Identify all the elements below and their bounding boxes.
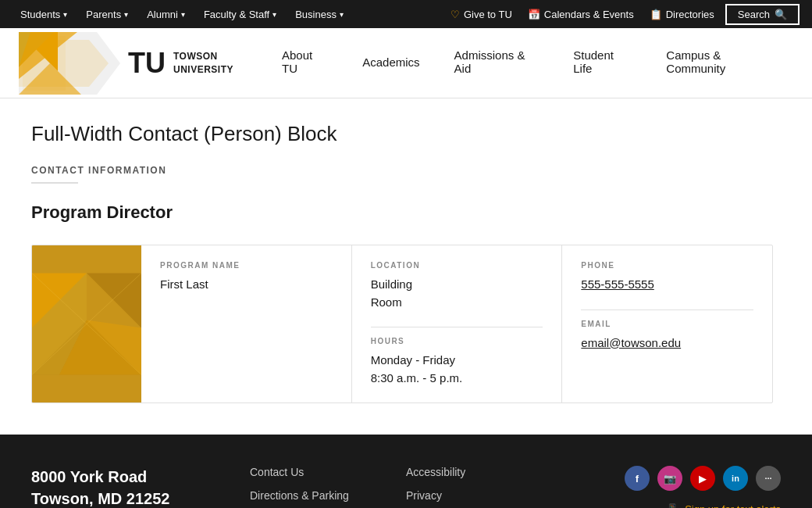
logo-text: TU TOWSON UNIVERSITY xyxy=(128,49,233,77)
top-bar: Students ▾ Parents ▾ Alumni ▾ Faculty & … xyxy=(0,0,812,28)
main-nav-links: About TU Academics Admissions & Aid Stud… xyxy=(265,28,793,98)
calendars-link[interactable]: 📅 Calendars & Events xyxy=(523,9,639,20)
footer: 8000 York Road Towson, MD 21252 📞 410-70… xyxy=(0,435,812,508)
topbar-item-alumni[interactable]: Alumni ▾ xyxy=(139,0,193,28)
email-group: EMAIL email@towson.edu xyxy=(581,320,753,352)
phone-label: PHONE xyxy=(581,261,753,270)
footer-link-contact-us[interactable]: Contact Us xyxy=(250,466,406,478)
text-alerts-icon: 📱 xyxy=(666,503,678,508)
youtube-icon[interactable]: ▶ xyxy=(690,466,715,491)
email-link[interactable]: email@towson.edu xyxy=(581,336,681,349)
program-name-label: PROGRAM NAME xyxy=(160,261,333,270)
search-icon: 🔍 xyxy=(775,9,787,20)
topbar-item-business[interactable]: Business ▾ xyxy=(287,0,351,28)
footer-link-directions[interactable]: Directions & Parking xyxy=(250,489,406,502)
phone-value: 555-555-5555 xyxy=(581,276,753,294)
footer-address: 8000 York Road Towson, MD 21252 📞 410-70… xyxy=(31,466,250,508)
logo-badge xyxy=(19,32,120,95)
linkedin-icon[interactable]: in xyxy=(723,466,748,491)
footer-social: f 📷 ▶ in ··· 📱 Sign up for text alerts ✦… xyxy=(562,466,781,508)
directories-link[interactable]: 📋 Directories xyxy=(645,9,719,20)
chevron-down-icon: ▾ xyxy=(181,10,185,19)
nav-item-about[interactable]: About TU xyxy=(265,28,345,98)
contact-photo xyxy=(32,245,141,402)
page-title: Full-Width Contact (Person) Block xyxy=(31,122,781,146)
footer-address-text: 8000 York Road Towson, MD 21252 xyxy=(31,466,250,508)
phone-group: PHONE 555-555-5555 xyxy=(581,261,753,294)
calendar-icon: 📅 xyxy=(528,9,540,20)
contact-phone-email-col: PHONE 555-555-5555 EMAIL email@towson.ed… xyxy=(562,245,772,402)
give-to-tu-link[interactable]: ♡ Give to TU xyxy=(446,9,517,20)
top-bar-right: ♡ Give to TU 📅 Calendars & Events 📋 Dire… xyxy=(446,4,800,25)
chevron-down-icon: ▾ xyxy=(63,10,67,19)
phone-link[interactable]: 555-555-5555 xyxy=(581,277,654,291)
more-icon[interactable]: ··· xyxy=(756,466,781,491)
nav-item-academics[interactable]: Academics xyxy=(345,28,436,98)
nav-item-admissions[interactable]: Admissions & Aid xyxy=(437,28,557,98)
instagram-icon[interactable]: 📷 xyxy=(657,466,682,491)
hours-group: HOURS Monday - Friday8:30 a.m. - 5 p.m. xyxy=(371,337,543,387)
logo-university-name: TOWSON UNIVERSITY xyxy=(173,50,233,77)
section-label: CONTACT INFORMATION xyxy=(31,165,781,176)
email-value: email@towson.edu xyxy=(581,334,753,352)
footer-links-col1: Contact Us Directions & Parking Work at … xyxy=(250,466,406,508)
topbar-item-students[interactable]: Students ▾ xyxy=(12,0,75,28)
logo-tu-letters: TU xyxy=(128,49,166,77)
location-group: LOCATION Building Room xyxy=(371,261,543,311)
content-area: Full-Width Contact (Person) Block CONTAC… xyxy=(0,98,812,435)
hours-label: HOURS xyxy=(371,337,543,345)
contact-location-col: LOCATION Building Room HOURS Monday - Fr… xyxy=(352,245,563,402)
footer-link-privacy[interactable]: Privacy xyxy=(406,489,562,502)
facebook-icon[interactable]: f xyxy=(625,466,650,491)
footer-link-accessibility[interactable]: Accessibility xyxy=(406,466,562,478)
nav-item-campus[interactable]: Campus & Community xyxy=(649,28,793,98)
contact-program-col: PROGRAM NAME First Last xyxy=(141,245,352,402)
location-value: Building Room xyxy=(371,276,543,311)
footer-links-col2: Accessibility Privacy Clery Report xyxy=(406,466,562,508)
topbar-item-parents[interactable]: Parents ▾ xyxy=(78,0,136,28)
search-button[interactable]: Search 🔍 xyxy=(725,4,800,25)
chevron-down-icon: ▾ xyxy=(124,10,128,19)
contact-card: PROGRAM NAME First Last LOCATION Buildin… xyxy=(31,245,773,403)
topbar-item-faculty-staff[interactable]: Faculty & Staff ▾ xyxy=(196,0,284,28)
heart-icon: ♡ xyxy=(451,9,460,20)
email-label: EMAIL xyxy=(581,320,753,328)
nav-item-student-life[interactable]: Student Life xyxy=(556,28,649,98)
block-title: Program Director xyxy=(31,202,781,223)
program-name-value: First Last xyxy=(160,276,333,294)
logo-area: TU TOWSON UNIVERSITY xyxy=(19,32,233,95)
social-icons: f 📷 ▶ in ··· xyxy=(625,466,781,491)
chevron-down-icon: ▾ xyxy=(340,10,344,19)
hours-value: Monday - Friday8:30 a.m. - 5 p.m. xyxy=(371,352,543,387)
footer-util: 📱 Sign up for text alerts ✦ Translate xyxy=(666,503,781,508)
book-icon: 📋 xyxy=(650,9,662,20)
section-divider xyxy=(31,182,78,184)
text-alerts-link[interactable]: 📱 Sign up for text alerts xyxy=(666,503,781,508)
main-nav: TU TOWSON UNIVERSITY About TU Academics … xyxy=(0,28,812,98)
location-label: LOCATION xyxy=(371,261,543,270)
top-bar-left: Students ▾ Parents ▾ Alumni ▾ Faculty & … xyxy=(12,0,351,28)
chevron-down-icon: ▾ xyxy=(272,10,276,19)
